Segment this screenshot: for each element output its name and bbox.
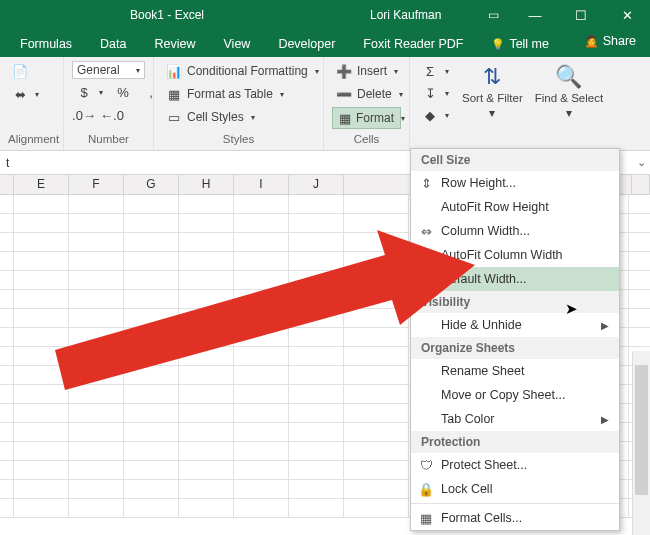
cell[interactable] [69,442,124,460]
cell[interactable] [344,290,409,308]
wrap-text-button[interactable]: 📄 [8,61,55,81]
cell-styles-button[interactable]: ▭Cell Styles▾ [162,107,315,127]
cell[interactable] [234,347,289,365]
expand-formula-bar-icon[interactable]: ⌄ [637,156,646,169]
cell[interactable] [344,499,409,517]
menu-format-cells[interactable]: ▦Format Cells... [411,506,619,530]
cell[interactable] [69,404,124,422]
cell[interactable] [0,442,14,460]
col-I[interactable]: I [234,175,289,194]
cell[interactable] [124,423,179,441]
col-J[interactable]: J [289,175,344,194]
cell[interactable] [289,385,344,403]
cell[interactable] [124,252,179,270]
cell[interactable] [344,195,409,213]
tab-data[interactable]: Data [86,33,140,57]
cell[interactable] [344,309,409,327]
cell[interactable] [344,442,409,460]
cell[interactable] [124,461,179,479]
cell[interactable] [0,328,14,346]
cell[interactable] [0,271,14,289]
cell[interactable] [344,271,409,289]
cell[interactable] [344,328,409,346]
cell[interactable] [14,442,69,460]
cell[interactable] [69,214,124,232]
cell[interactable] [0,480,14,498]
cell[interactable] [234,404,289,422]
cell[interactable] [179,252,234,270]
close-button[interactable]: ✕ [604,0,650,30]
menu-autofit-row[interactable]: AutoFit Row Height [411,195,619,219]
cell[interactable] [179,480,234,498]
cell[interactable] [234,461,289,479]
cell[interactable] [179,404,234,422]
cell[interactable] [234,499,289,517]
cell[interactable] [14,461,69,479]
cell[interactable] [234,252,289,270]
cell[interactable] [179,442,234,460]
menu-row-height[interactable]: ⇕Row Height... [411,171,619,195]
menu-hide-unhide[interactable]: Hide & Unhide▶ [411,313,619,337]
menu-column-width[interactable]: ⇔Column Width... [411,219,619,243]
menu-move-copy[interactable]: Move or Copy Sheet... [411,383,619,407]
cell[interactable] [69,480,124,498]
col-H[interactable]: H [179,175,234,194]
currency-button[interactable]: $▾ [72,82,107,102]
cell[interactable] [344,385,409,403]
cell[interactable] [124,195,179,213]
cell[interactable] [179,271,234,289]
number-format-select[interactable]: General▾ [72,61,145,79]
cell[interactable] [289,423,344,441]
cell[interactable] [69,328,124,346]
fill-button[interactable]: ↧▾ [418,83,453,103]
cell[interactable] [69,233,124,251]
ribbon-options-icon[interactable]: ▭ [478,0,508,30]
maximize-button[interactable]: ☐ [558,0,604,30]
cell[interactable] [124,480,179,498]
insert-cells-button[interactable]: ➕Insert▾ [332,61,401,81]
cell[interactable] [69,499,124,517]
cell[interactable] [344,461,409,479]
menu-default-width[interactable]: Default Width... [411,267,619,291]
cell[interactable] [289,404,344,422]
cell[interactable] [289,499,344,517]
cell[interactable] [124,271,179,289]
cell[interactable] [14,195,69,213]
share-button[interactable]: Share [584,34,636,48]
cell[interactable] [234,423,289,441]
cell[interactable] [124,309,179,327]
cell[interactable] [0,233,14,251]
col-F[interactable]: F [69,175,124,194]
cell[interactable] [14,271,69,289]
cell[interactable] [179,195,234,213]
cell[interactable] [69,271,124,289]
cell[interactable] [289,442,344,460]
cell[interactable] [179,366,234,384]
cell[interactable] [69,366,124,384]
cell[interactable] [14,328,69,346]
cell[interactable] [179,233,234,251]
cell[interactable] [124,404,179,422]
tab-view[interactable]: View [210,33,265,57]
menu-tab-color[interactable]: Tab Color▶ [411,407,619,431]
cell[interactable] [179,385,234,403]
cell[interactable] [289,214,344,232]
cell[interactable] [234,309,289,327]
cell[interactable] [289,233,344,251]
col-G[interactable]: G [124,175,179,194]
cell[interactable] [124,366,179,384]
cell[interactable] [234,214,289,232]
tab-foxit[interactable]: Foxit Reader PDF [349,33,477,57]
tab-review[interactable]: Review [141,33,210,57]
cell[interactable] [124,290,179,308]
cell[interactable] [124,385,179,403]
cell[interactable] [344,480,409,498]
cell[interactable] [179,290,234,308]
cell[interactable] [69,347,124,365]
cell[interactable] [179,309,234,327]
cell[interactable] [234,290,289,308]
cell[interactable] [179,461,234,479]
cell[interactable] [179,347,234,365]
cell[interactable] [289,252,344,270]
cell[interactable] [179,423,234,441]
